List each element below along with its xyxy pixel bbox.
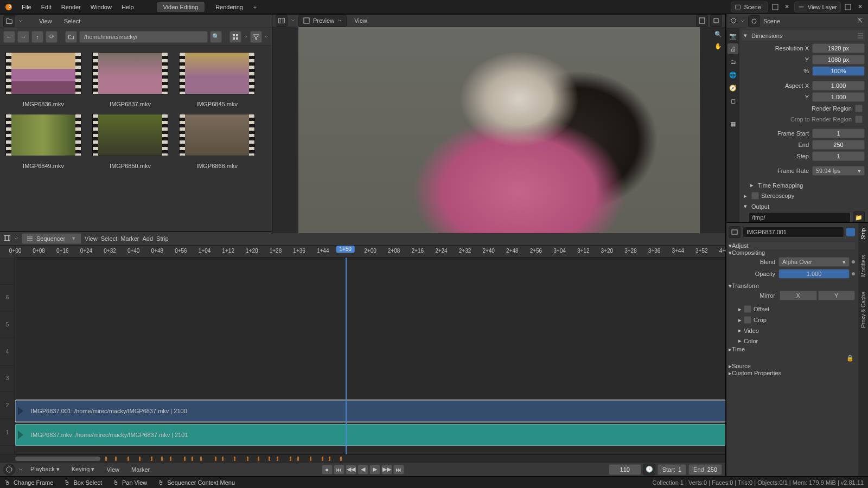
crop-region-checkbox[interactable] bbox=[855, 115, 863, 123]
output-path-field[interactable]: /tmp/ bbox=[748, 212, 851, 222]
anim-dot[interactable] bbox=[852, 260, 855, 264]
menu-window[interactable]: Window bbox=[86, 2, 116, 12]
tab-scene-icon[interactable]: 🌐 bbox=[727, 69, 738, 80]
timeline-body[interactable]: IMGP6837.001: /home/mirec/macky/IMGP6837… bbox=[15, 258, 725, 454]
pan-icon[interactable]: ✋ bbox=[713, 41, 723, 51]
file-item[interactable]: IMGP6849.mkv bbox=[5, 114, 81, 169]
strip-mute-checkbox[interactable] bbox=[846, 228, 855, 236]
filebrowser-editor-icon[interactable] bbox=[3, 15, 15, 27]
sequencer-timeline[interactable]: 0+000+080+160+240+320+400+480+561+041+12… bbox=[0, 246, 725, 462]
footer-marker[interactable]: Marker bbox=[127, 465, 154, 474]
preview-channels-icon[interactable] bbox=[696, 15, 708, 27]
tab-viewlayer-icon[interactable]: 🗂 bbox=[727, 56, 738, 67]
footer-view[interactable]: View bbox=[102, 465, 124, 474]
panel-stereoscopy[interactable]: ▸Stereoscopy bbox=[742, 190, 865, 201]
nav-back-button[interactable]: ← bbox=[3, 31, 15, 43]
opacity-field[interactable]: 1.000 bbox=[778, 269, 850, 279]
play-button[interactable]: ▶ bbox=[369, 465, 380, 474]
preview-view-menu[interactable]: View bbox=[350, 16, 372, 25]
panel-output[interactable]: ▾Output bbox=[742, 201, 865, 211]
play-reverse-button[interactable]: ◀ bbox=[358, 465, 368, 474]
viewlayer-selector[interactable]: View Layer bbox=[794, 2, 841, 12]
tab-world-icon[interactable]: 🧭 bbox=[727, 82, 738, 93]
file-item[interactable]: IMGP6850.mkv bbox=[92, 114, 168, 169]
scene-new-icon[interactable] bbox=[770, 2, 780, 12]
seq-menu-strip[interactable]: Strip bbox=[156, 235, 169, 242]
seq-menu-add[interactable]: Add bbox=[142, 235, 153, 242]
panel-crop[interactable]: ▸Crop bbox=[729, 314, 855, 325]
panel-custom-properties[interactable]: ▸Custom Properties bbox=[729, 370, 855, 377]
jump-start-button[interactable]: ⏮ bbox=[334, 465, 344, 474]
scene-delete-icon[interactable]: ✕ bbox=[782, 2, 792, 12]
render-region-checkbox[interactable] bbox=[855, 105, 863, 112]
audio-strip[interactable]: IMGP6837.mkv: /home/mirec/macky/IMGP6837… bbox=[15, 424, 725, 446]
panel-adjust[interactable]: ▾Adjust bbox=[729, 242, 855, 249]
tab-proxy-cache[interactable]: Proxy & Cache bbox=[860, 290, 866, 330]
tab-object-icon[interactable]: ◻ bbox=[727, 95, 738, 106]
menu-file[interactable]: File bbox=[17, 2, 36, 12]
tab-render-icon[interactable]: 📷 bbox=[727, 30, 738, 41]
jump-end-button[interactable]: ⏭ bbox=[393, 465, 404, 474]
zoom-icon[interactable]: 🔍 bbox=[713, 29, 723, 39]
footer-keying[interactable]: Keying ▾ bbox=[67, 464, 99, 474]
footer-playback[interactable]: Playback ▾ bbox=[26, 464, 64, 474]
preview-viewport[interactable]: 🔍 ✋ bbox=[272, 27, 725, 233]
jump-next-key-button[interactable]: ▶▶ bbox=[381, 465, 392, 474]
panel-color[interactable]: ▸Color bbox=[729, 336, 855, 346]
mirror-y-button[interactable]: Y bbox=[818, 291, 856, 300]
sequencer-preview-editor-icon[interactable] bbox=[276, 15, 288, 27]
new-folder-button[interactable] bbox=[65, 31, 77, 43]
playhead[interactable] bbox=[346, 258, 347, 454]
frame-end-field[interactable]: 250 bbox=[812, 140, 865, 150]
seq-menu-select[interactable]: Select bbox=[101, 235, 118, 242]
properties-editor-icon[interactable] bbox=[730, 17, 737, 25]
nav-refresh-button[interactable]: ⟳ bbox=[46, 31, 58, 43]
viewlayer-new-icon[interactable] bbox=[843, 2, 853, 12]
file-item[interactable]: IMGP6837.mkv bbox=[92, 52, 168, 107]
menu-edit[interactable]: Edit bbox=[37, 2, 56, 12]
panel-source[interactable]: ▸Source bbox=[729, 363, 855, 370]
tab-output-icon[interactable]: 🖨 bbox=[727, 43, 738, 54]
menu-help[interactable]: Help bbox=[117, 2, 138, 12]
filter-button[interactable] bbox=[250, 31, 262, 43]
workspace-add-button[interactable]: + bbox=[251, 3, 259, 11]
scene-pin-icon[interactable] bbox=[748, 15, 760, 27]
panel-time[interactable]: ▸Time🔒 bbox=[729, 346, 855, 363]
nav-up-button[interactable]: ↑ bbox=[31, 31, 43, 43]
scene-selector[interactable]: Scene bbox=[731, 2, 768, 12]
aspect-y-field[interactable]: 1.000 bbox=[812, 92, 865, 102]
file-item[interactable]: IMGP6845.mkv bbox=[179, 52, 255, 107]
display-mode-button[interactable] bbox=[229, 31, 241, 43]
frame-step-field[interactable]: 1 bbox=[812, 151, 865, 161]
path-input[interactable]: /home/mirec/macky/ bbox=[79, 31, 208, 43]
frame-end-field[interactable]: End250 bbox=[688, 464, 722, 475]
workspace-tab-rendering[interactable]: Rendering bbox=[209, 2, 250, 12]
resolution-percent-field[interactable]: 100% bbox=[812, 66, 865, 76]
record-button[interactable]: ● bbox=[322, 465, 333, 474]
seq-menu-marker[interactable]: Marker bbox=[120, 235, 139, 242]
timeline-scrollbar[interactable] bbox=[15, 454, 725, 462]
nav-forward-button[interactable]: → bbox=[17, 31, 29, 43]
sequencer-mode-dropdown[interactable]: Sequencer ▾ bbox=[22, 233, 81, 244]
panel-transform[interactable]: ▾Transform bbox=[729, 282, 855, 290]
strip-name-field[interactable]: IMGP6837.001 bbox=[743, 227, 844, 237]
resolution-x-field[interactable]: 1920 px bbox=[812, 43, 865, 53]
clock-icon[interactable]: 🕒 bbox=[643, 464, 655, 476]
panel-dimensions-header[interactable]: ▾Dimensions bbox=[742, 30, 865, 41]
frame-start-field[interactable]: 1 bbox=[812, 129, 865, 138]
video-strip[interactable]: IMGP6837.001: /home/mirec/macky/IMGP6837… bbox=[15, 400, 725, 422]
seq-menu-view[interactable]: View bbox=[85, 235, 98, 242]
sequencer-editor-icon[interactable] bbox=[3, 234, 11, 243]
panel-offset[interactable]: ▸Offset bbox=[729, 304, 855, 314]
file-item[interactable]: IMGP6836.mkv bbox=[5, 52, 81, 107]
search-button[interactable]: 🔍 bbox=[210, 31, 222, 43]
blend-dropdown[interactable]: Alpha Over▾ bbox=[778, 257, 850, 267]
aspect-x-field[interactable]: 1.000 bbox=[812, 81, 865, 91]
options-menu-icon[interactable] bbox=[856, 31, 865, 40]
frame-rate-dropdown[interactable]: 59.94 fps▾ bbox=[812, 166, 865, 176]
folder-browse-icon[interactable]: 📁 bbox=[853, 211, 865, 222]
panel-time-remapping[interactable]: ▸Time Remapping bbox=[742, 180, 865, 190]
current-frame-field[interactable]: 110 bbox=[609, 464, 641, 475]
frame-start-field[interactable]: Start1 bbox=[658, 464, 686, 475]
tab-texture-icon[interactable]: ▦ bbox=[727, 118, 738, 129]
